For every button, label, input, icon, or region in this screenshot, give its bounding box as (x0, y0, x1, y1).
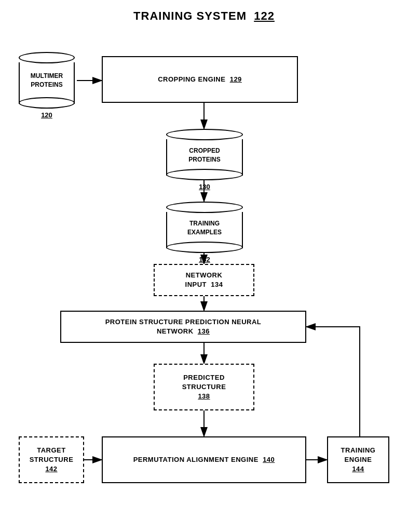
cropped-proteins-label: CROPPED PROTEINS (188, 147, 220, 163)
target-structure-box: TARGET STRUCTURE 142 (19, 436, 84, 483)
network-input-box: NETWORK INPUT 134 (154, 264, 254, 296)
training-examples-number: 132 (199, 256, 210, 263)
training-engine-number: 144 (352, 465, 364, 473)
permutation-alignment-label: PERMUTATION ALIGNMENT ENGINE (133, 456, 259, 463)
multimer-proteins-label: MULTIMER PROTEINS (31, 72, 63, 88)
training-examples-node: TRAINING EXAMPLES 132 (166, 202, 243, 263)
neural-network-label: PROTEIN STRUCTURE PREDICTION NEURAL NETW… (105, 318, 262, 335)
training-engine-label: TRAINING ENGINE (341, 446, 376, 463)
training-engine-box: TRAINING ENGINE 144 (327, 436, 389, 483)
neural-network-number: 136 (198, 327, 210, 335)
network-input-number: 134 (211, 281, 223, 288)
title-text: TRAINING SYSTEM (133, 9, 247, 22)
permutation-alignment-number: 140 (263, 456, 275, 463)
predicted-structure-number: 138 (198, 392, 210, 400)
diagram-container: TRAINING SYSTEM 122 (0, 0, 408, 532)
cropped-proteins-number: 130 (199, 183, 210, 191)
predicted-structure-label: PREDICTED STRUCTURE (182, 374, 226, 391)
permutation-alignment-box: PERMUTATION ALIGNMENT ENGINE 140 (102, 436, 306, 483)
target-structure-label: TARGET STRUCTURE (30, 446, 74, 463)
multimer-proteins-number: 120 (41, 111, 52, 119)
training-examples-label: TRAINING EXAMPLES (187, 220, 222, 236)
title-number: 122 (254, 9, 275, 22)
neural-network-box: PROTEIN STRUCTURE PREDICTION NEURAL NETW… (60, 311, 306, 343)
cropping-engine-box: CROPPING ENGINE 129 (102, 56, 298, 103)
cropped-proteins-node: CROPPED PROTEINS 130 (166, 129, 243, 191)
page-title: TRAINING SYSTEM 122 (0, 0, 408, 23)
predicted-structure-box: PREDICTED STRUCTURE 138 (154, 364, 254, 410)
cropping-engine-number: 129 (230, 75, 242, 83)
cropping-engine-label: CROPPING ENGINE (158, 75, 225, 83)
target-structure-number: 142 (45, 465, 57, 473)
multimer-proteins-node: MULTIMER PROTEINS 120 (19, 52, 75, 119)
